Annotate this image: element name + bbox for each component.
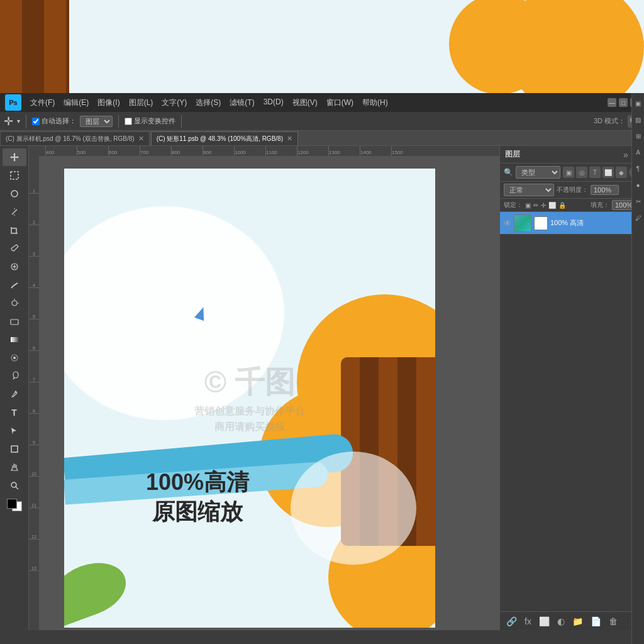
tab-0[interactable]: (C) 展示样机.psd @ 16.7% (双击替换, RGB/8) ✕ bbox=[0, 131, 150, 145]
lock-all-icon[interactable]: 🔒 bbox=[558, 202, 566, 209]
pen-tool[interactable] bbox=[3, 386, 26, 403]
delete-layer-icon[interactable]: 🗑 bbox=[606, 615, 620, 628]
panel-expand-icon[interactable]: » bbox=[621, 150, 630, 160]
layer-thumb-content bbox=[514, 215, 531, 231]
ruler-tick-800: 800 bbox=[171, 146, 203, 156]
auto-select-checkbox[interactable]: 自动选择： bbox=[32, 116, 76, 126]
svg-line-2 bbox=[12, 209, 17, 214]
fx-icon[interactable]: fx bbox=[522, 615, 534, 628]
tab-1-label: (C) 矩形11.psb @ 48.3% (100%高清, RGB/8) bbox=[157, 135, 283, 143]
lasso-tool[interactable] bbox=[3, 185, 26, 203]
far-right-btn-1[interactable]: ▣ bbox=[633, 96, 644, 111]
ruler-tick-700: 700 bbox=[140, 146, 171, 156]
magic-wand-tool[interactable] bbox=[3, 203, 26, 221]
blur-tool[interactable] bbox=[3, 349, 26, 367]
layer-list[interactable]: 👁 100% 高清 bbox=[500, 212, 644, 611]
dodge-tool[interactable] bbox=[3, 367, 26, 385]
svg-rect-18 bbox=[11, 446, 18, 452]
layers-panel: 图层 » ≡ 🔍 类型 ▣ ◎ T ⬜ ◆ ● bbox=[500, 146, 644, 630]
lock-paint-icon[interactable]: ✏ bbox=[533, 202, 538, 209]
ruler-tick-1300: 1300 bbox=[328, 146, 360, 156]
layers-panel-header: 图层 » ≡ bbox=[500, 146, 644, 164]
canvas-text: 100%高清 原图缩放 bbox=[146, 468, 249, 527]
canvas-container[interactable]: © 千图 营销创意服务与协作平台 商用请购买授权 100%高清 原图缩放 bbox=[39, 156, 499, 630]
tab-1-close[interactable]: ✕ bbox=[287, 135, 292, 143]
menu-select[interactable]: 选择(S) bbox=[192, 96, 225, 110]
far-right-btn-3[interactable]: ⊞ bbox=[633, 128, 644, 143]
svg-rect-11 bbox=[11, 319, 18, 325]
text-tool[interactable]: T bbox=[3, 404, 26, 421]
foreground-color[interactable] bbox=[7, 499, 17, 509]
far-right-btn-6[interactable]: ● bbox=[633, 177, 644, 192]
ruler-tick-900: 900 bbox=[203, 146, 234, 156]
opacity-input[interactable] bbox=[591, 185, 619, 195]
add-group-icon[interactable]: 📁 bbox=[570, 615, 586, 628]
menu-window[interactable]: 窗口(W) bbox=[323, 96, 357, 110]
layer-thumbnail bbox=[514, 214, 531, 232]
toolbar-separator2 bbox=[118, 115, 119, 128]
layers-panel-title: 图层 bbox=[505, 149, 621, 160]
lock-position-icon[interactable]: ✛ bbox=[541, 202, 546, 209]
far-right-btn-5[interactable]: ¶ bbox=[633, 161, 644, 176]
menu-view[interactable]: 视图(V) bbox=[289, 96, 321, 110]
heal-tool[interactable] bbox=[3, 258, 26, 275]
gradient-tool[interactable] bbox=[3, 331, 26, 348]
far-right-btn-8[interactable]: 🖊 bbox=[633, 210, 644, 225]
menu-edit[interactable]: 编辑(E) bbox=[60, 96, 92, 110]
foreground-bg-colors[interactable] bbox=[4, 497, 25, 515]
far-right-btn-4[interactable]: A bbox=[633, 145, 644, 160]
layer-visibility-icon[interactable]: 👁 bbox=[504, 219, 511, 228]
shape-tool[interactable] bbox=[3, 440, 26, 458]
svg-point-1 bbox=[11, 191, 18, 197]
path-select-tool[interactable] bbox=[3, 422, 26, 440]
menu-layer[interactable]: 图层(L) bbox=[125, 96, 157, 110]
filter-adjust-icon[interactable]: ◎ bbox=[576, 167, 587, 178]
far-right-btn-7[interactable]: ✂ bbox=[633, 194, 644, 209]
zoom-tool[interactable] bbox=[3, 477, 26, 494]
svg-line-16 bbox=[13, 377, 14, 379]
crop-tool[interactable] bbox=[3, 221, 26, 239]
ruler-tick-600: 600 bbox=[108, 146, 140, 156]
filter-type-icon[interactable]: T bbox=[589, 167, 601, 178]
menu-file[interactable]: 文件(F) bbox=[26, 96, 58, 110]
eraser-tool[interactable] bbox=[3, 313, 26, 330]
brush-tool[interactable] bbox=[3, 276, 26, 294]
blend-mode-select[interactable]: 正常 bbox=[504, 184, 554, 196]
filter-pixel-icon[interactable]: ▣ bbox=[563, 167, 574, 178]
tab-0-close[interactable]: ✕ bbox=[138, 135, 144, 143]
svg-line-20 bbox=[16, 487, 18, 489]
eyedropper-tool[interactable] bbox=[3, 240, 26, 257]
menu-type[interactable]: 文字(Y) bbox=[158, 96, 191, 110]
select-rect-tool[interactable] bbox=[3, 167, 26, 184]
layer-select[interactable]: 图层 bbox=[80, 116, 113, 127]
add-mask-icon[interactable]: ⬜ bbox=[536, 615, 552, 628]
move-tool-icon[interactable]: ✛ bbox=[4, 114, 13, 128]
filter-smart-icon[interactable]: ◆ bbox=[616, 167, 627, 178]
layer-search-row: 🔍 类型 ▣ ◎ T ⬜ ◆ ● bbox=[500, 164, 644, 182]
far-right-btn-2[interactable]: ▨ bbox=[633, 112, 644, 127]
layer-item-0[interactable]: 👁 100% 高清 bbox=[500, 212, 644, 235]
lock-artboard-icon[interactable]: ⬜ bbox=[548, 202, 556, 209]
link-layers-icon[interactable]: 🔗 bbox=[504, 615, 519, 628]
canvas-scroll-area[interactable]: 1 2 3 4 5 6 7 8 9 10 11 12 13 bbox=[29, 156, 499, 630]
canvas-artboard[interactable]: © 千图 营销创意服务与协作平台 商用请购买授权 100%高清 原图缩放 bbox=[64, 169, 435, 628]
filter-shape-icon[interactable]: ⬜ bbox=[602, 167, 614, 178]
tools-panel: T bbox=[0, 146, 29, 630]
lock-transparent-icon[interactable]: ▣ bbox=[525, 202, 531, 209]
tab-1[interactable]: (C) 矩形11.psb @ 48.3% (100%高清, RGB/8) ✕ bbox=[151, 131, 298, 145]
menu-filter[interactable]: 滤镜(T) bbox=[226, 96, 258, 110]
add-layer-icon[interactable]: 📄 bbox=[588, 615, 604, 628]
menu-image[interactable]: 图像(I) bbox=[94, 96, 123, 110]
layer-type-select[interactable]: 类型 bbox=[516, 166, 560, 179]
menu-3d[interactable]: 3D(D) bbox=[260, 96, 287, 110]
transform-checkbox[interactable]: 显示变换控件 bbox=[125, 116, 175, 126]
clone-tool[interactable] bbox=[3, 294, 26, 312]
minimize-button[interactable]: — bbox=[608, 98, 616, 107]
maximize-button[interactable]: □ bbox=[619, 98, 628, 107]
move-tool[interactable] bbox=[3, 148, 26, 166]
svg-point-14 bbox=[13, 357, 16, 359]
menu-help[interactable]: 帮助(H) bbox=[358, 96, 392, 110]
tool-dropdown-icon[interactable]: ▾ bbox=[17, 118, 20, 125]
hand-tool[interactable] bbox=[3, 458, 26, 476]
add-adjustment-icon[interactable]: ◐ bbox=[555, 615, 567, 628]
